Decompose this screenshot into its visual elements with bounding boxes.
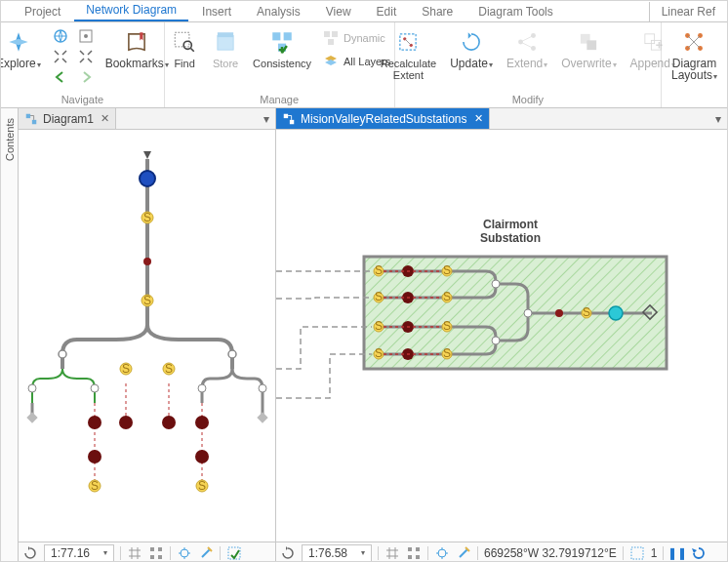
svg-rect-27 [26, 113, 30, 117]
explore-button[interactable]: Explore▾ [0, 26, 47, 71]
pause-drawing-icon[interactable]: ❚❚ [669, 545, 685, 561]
svg-rect-98 [408, 555, 412, 559]
svg-rect-20 [587, 40, 597, 50]
snapping-icon[interactable] [177, 545, 192, 561]
svg-text:S: S [143, 294, 151, 307]
tab-close-button[interactable]: ✕ [101, 112, 109, 125]
zoom-in-button[interactable] [49, 47, 72, 66]
pane-diagram1: Diagram1 ✕ ▾ S S [19, 108, 276, 562]
zoom-out-button[interactable] [74, 47, 98, 66]
contents-panel[interactable]: Contents [1, 108, 19, 562]
snap-grid-icon[interactable] [148, 545, 164, 561]
consistency-button[interactable]: Consistency [247, 26, 317, 69]
svg-text:S: S [198, 479, 206, 493]
svg-point-2 [84, 34, 88, 38]
menu-tab-diagram-tools[interactable]: Diagram Tools [466, 2, 564, 21]
svg-rect-45 [26, 412, 37, 422]
full-extent-button[interactable] [49, 26, 72, 46]
contents-label: Contents [4, 118, 16, 161]
svg-point-91 [555, 309, 563, 317]
tab-mision-valley[interactable]: MisionValleyRelatedSubstations ✕ [276, 108, 490, 129]
consistency-label: Consistency [253, 58, 311, 69]
pane1-view[interactable]: S S [19, 130, 275, 542]
svg-text:S: S [443, 319, 451, 333]
store-button[interactable]: Store [206, 26, 245, 69]
ribbon-group-manage: Find Store Consistency Dynamic All Layer… [165, 22, 395, 107]
next-extent-button[interactable] [74, 67, 98, 87]
svg-text:S: S [375, 263, 383, 277]
chevron-down-icon: ▾ [37, 60, 41, 69]
grid-icon[interactable] [384, 545, 400, 561]
snap-grid-icon[interactable] [406, 545, 422, 561]
overwrite-label: Overwrite [561, 57, 611, 70]
diagram-icon [24, 112, 38, 126]
svg-text:S: S [165, 362, 173, 376]
extend-button[interactable]: Extend▾ [501, 26, 553, 71]
menu-tab-project[interactable]: Project [13, 2, 72, 21]
bookmarks-button[interactable]: Bookmarks▾ [100, 26, 175, 71]
svg-point-44 [259, 384, 266, 392]
svg-text:S: S [375, 346, 383, 360]
arrow-right-icon [77, 69, 95, 85]
svg-point-49 [162, 416, 176, 429]
overwrite-button[interactable]: Overwrite▾ [555, 26, 622, 71]
diagram2-canvas: S S S S S S S S [276, 130, 727, 520]
menu-tab-analysis[interactable]: Analysis [245, 2, 312, 21]
dynamic-icon [322, 30, 340, 46]
menu-tab-insert[interactable]: Insert [190, 2, 243, 21]
update-button[interactable]: Update▾ [444, 26, 499, 71]
coords-readout: 669258°W 32.7919712°E [484, 546, 617, 560]
tab-mision-valley-label: MisionValleyRelatedSubstations [301, 112, 467, 126]
explore-icon [5, 28, 32, 56]
tab-diagram1-label: Diagram1 [43, 112, 94, 126]
prev-extent-button[interactable] [49, 67, 72, 87]
find-label: Find [174, 58, 194, 69]
dynamic-button[interactable]: Dynamic [319, 28, 393, 48]
workspace: Contents Diagram1 ✕ ▾ [1, 108, 727, 562]
bookmarks-icon [123, 28, 150, 56]
group-label-modify: Modify [512, 94, 544, 107]
refresh-icon[interactable] [22, 545, 38, 561]
svg-point-29 [140, 171, 155, 186]
svg-point-32 [143, 258, 151, 265]
svg-rect-8 [284, 32, 292, 40]
tab-close-button[interactable]: ✕ [474, 112, 483, 125]
constraints-icon[interactable] [198, 545, 214, 561]
snapping-icon[interactable] [434, 545, 450, 561]
menu-tab-share[interactable]: Share [410, 2, 465, 21]
find-button[interactable]: Find [165, 26, 204, 69]
svg-point-52 [195, 450, 209, 463]
extend-icon [513, 28, 541, 56]
pane2-scale-input[interactable]: 1:76.58 ▾ [302, 544, 372, 562]
svg-point-4 [183, 41, 191, 49]
selection-count-icon[interactable] [629, 545, 645, 561]
svg-rect-46 [257, 412, 267, 422]
svg-rect-28 [32, 119, 36, 123]
menu-tab-edit[interactable]: Edit [365, 2, 409, 21]
fixed-zoom-in-button[interactable] [74, 26, 98, 46]
grid-icon[interactable] [127, 545, 142, 561]
append-button[interactable]: Append▾ [625, 26, 681, 71]
select-by-attributes-icon[interactable] [226, 545, 242, 561]
menu-tab-linear-ref[interactable]: Linear Ref [649, 2, 727, 21]
svg-point-61 [181, 549, 188, 557]
pane1-menu-button[interactable]: ▾ [258, 112, 275, 126]
svg-point-36 [228, 350, 236, 358]
refresh-view-icon[interactable] [691, 545, 707, 561]
constraints-icon[interactable] [456, 545, 471, 561]
svg-rect-21 [645, 34, 655, 44]
svg-point-100 [438, 549, 446, 557]
pane2-menu-button[interactable]: ▾ [709, 112, 727, 126]
menu-tab-network-diagram[interactable]: Network Diagram [74, 0, 188, 21]
refresh-icon[interactable] [280, 545, 296, 561]
update-label: Update [450, 57, 488, 70]
find-icon [171, 28, 198, 56]
zoom-rect-icon [77, 28, 95, 44]
pane2-scale-value: 1:76.58 [308, 546, 347, 560]
menu-tab-view[interactable]: View [314, 2, 363, 21]
pane1-scale-input[interactable]: 1:77.16 ▾ [44, 544, 114, 562]
consistency-icon [268, 28, 296, 56]
pane2-view[interactable]: Clairmont Substation [276, 130, 727, 542]
tab-diagram1[interactable]: Diagram1 ✕ [19, 108, 116, 129]
layers-icon [322, 54, 340, 69]
